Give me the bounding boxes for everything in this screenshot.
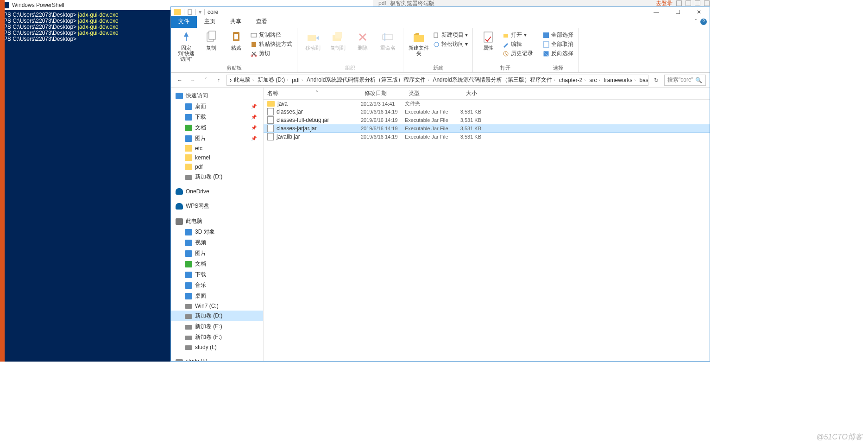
breadcrumb-segment[interactable]: Android系统源代码情景分析（第三版）程序文件›	[431, 76, 556, 84]
edit-button[interactable]: 编辑	[503, 40, 533, 48]
sidebar-icon	[185, 325, 192, 330]
tab-share[interactable]: 共享	[223, 15, 249, 28]
breadcrumb-segment[interactable]: frameworks›	[602, 77, 637, 83]
sidebar-item-studyI[interactable]: study (I:)	[171, 343, 263, 352]
sidebar-item-kernel[interactable]: kernel	[171, 153, 263, 162]
sidebar-item-dvol[interactable]: 新加卷 (D:)	[171, 172, 263, 182]
file-size: 3,531 KB	[453, 134, 481, 140]
column-size[interactable]: 大小	[453, 88, 481, 99]
properties-button[interactable]: 属性	[478, 30, 499, 51]
copy-button[interactable]: 复制	[201, 30, 222, 51]
breadcrumb-segment[interactable]: 此电脑›	[233, 76, 255, 84]
column-date[interactable]: 修改日期	[361, 88, 405, 99]
sidebar-label: 文档	[195, 124, 206, 132]
sidebar-item-music[interactable]: 音乐	[171, 280, 263, 291]
sidebar-label: 桌面	[195, 102, 206, 110]
file-row[interactable]: classes-jarjar.jar2019/6/16 14:19Executa…	[264, 124, 710, 133]
history-button[interactable]: 历史记录	[503, 50, 533, 57]
delete-button[interactable]: 删除	[352, 30, 373, 51]
nav-up-button[interactable]: ↑	[214, 75, 224, 85]
ribbon: 固定到"快速访问" 复制 粘贴 复制路径 粘贴快捷方式 剪切 剪贴板	[171, 28, 710, 73]
sidebar-label: pdf	[195, 164, 203, 170]
file-row[interactable]: javalib.jar2019/6/16 14:19Executable Jar…	[264, 133, 710, 141]
sidebar-item-onedrive[interactable]: OneDrive	[171, 187, 263, 196]
column-type[interactable]: 类型	[405, 88, 453, 99]
copy-to-button[interactable]: 复制到	[327, 30, 348, 51]
nav-back-button[interactable]: ←	[175, 75, 185, 85]
open-button[interactable]: 打开 ▾	[503, 31, 533, 39]
nav-forward-button[interactable]: →	[188, 75, 198, 85]
column-headers[interactable]: 名称 修改日期 类型 大小	[264, 88, 710, 100]
sidebar-item-downloads2[interactable]: 下载	[171, 269, 263, 280]
sidebar-item-obj3d[interactable]: 3D 对象	[171, 227, 263, 237]
sidebar-item-win7c[interactable]: Win7 (C:)	[171, 301, 263, 311]
sidebar-item-pdf[interactable]: pdf	[171, 162, 263, 172]
sidebar-item-pics2[interactable]: 图片	[171, 248, 263, 259]
file-size: 3,531 KB	[453, 126, 481, 131]
tab-view[interactable]: 查看	[249, 15, 275, 28]
copy-path-button[interactable]: 复制路径	[251, 31, 292, 39]
navigation-sidebar[interactable]: 快速访问桌面📌下载📌文档📌图片📌etckernelpdf新加卷 (D:)OneD…	[171, 88, 264, 361]
help-icon[interactable]: ?	[700, 19, 707, 25]
file-list-pane[interactable]: 名称 修改日期 类型 大小 java2012/9/3 14:41文件夹class…	[264, 88, 710, 361]
tab-home[interactable]: 主页	[197, 15, 223, 28]
sidebar-item-wps[interactable]: WPS网盘	[171, 201, 263, 211]
file-row[interactable]: java2012/9/3 14:41文件夹	[264, 100, 710, 108]
paste-shortcut-button[interactable]: 粘贴快捷方式	[251, 40, 292, 48]
ribbon-collapse-icon[interactable]: ˆ	[695, 19, 697, 25]
file-row[interactable]: classes.jar2019/6/16 14:19Executable Jar…	[264, 108, 710, 116]
sidebar-item-downloads[interactable]: 下载📌	[171, 112, 263, 122]
sidebar-item-fvol[interactable]: 新加卷 (F:)	[171, 332, 263, 343]
breadcrumb-segment[interactable]: pdf›	[290, 77, 304, 83]
sidebar-item-pics[interactable]: 图片📌	[171, 133, 263, 144]
nav-recent-button[interactable]: ˅	[201, 75, 211, 85]
breadcrumb-segment[interactable]: src›	[588, 77, 601, 83]
sidebar-item-desktop[interactable]: 桌面📌	[171, 101, 263, 112]
cut-button[interactable]: 剪切	[251, 50, 292, 57]
file-row[interactable]: classes-full-debug.jar2019/6/16 14:19Exe…	[264, 116, 710, 124]
breadcrumb-box[interactable]: › 此电脑›新加卷 (D:)›pdf›Android系统源代码情景分析（第三版）…	[226, 75, 648, 86]
breadcrumb-segment[interactable]: base›	[638, 77, 648, 83]
sidebar-item-evol[interactable]: 新加卷 (E:)	[171, 321, 263, 332]
new-folder-button[interactable]: 新建文件夹	[408, 30, 429, 56]
login-link[interactable]: 去登录	[656, 0, 673, 6]
sidebar-item-quick[interactable]: 快速访问	[171, 90, 263, 101]
sidebar-item-dvol2[interactable]: 新加卷 (D:)	[171, 311, 263, 321]
easy-access-button[interactable]: 轻松访问 ▾	[433, 40, 468, 48]
tab-pdf: pdf	[378, 0, 386, 6]
close-button[interactable]: ✕	[688, 7, 710, 17]
pin-to-quick-access-button[interactable]: 固定到"快速访问"	[176, 30, 197, 62]
sidebar-item-video[interactable]: 视频	[171, 237, 263, 248]
search-input[interactable]: 搜索"core" 🔍	[664, 75, 706, 86]
sidebar-item-desktop2[interactable]: 桌面	[171, 291, 263, 301]
select-none-button[interactable]: 全部取消	[543, 40, 573, 48]
select-all-button[interactable]: 全部选择	[543, 31, 573, 39]
select-group-label: 选择	[543, 63, 573, 71]
sidebar-item-docs2[interactable]: 文档	[171, 259, 263, 269]
sidebar-item-docs[interactable]: 文档📌	[171, 122, 263, 133]
sidebar-item-studyI2[interactable]: study (I:)	[171, 356, 263, 361]
file-type: Executable Jar File	[405, 109, 453, 114]
sidebar-item-thispc[interactable]: 此电脑	[171, 216, 263, 227]
move-to-button[interactable]: 移动到	[302, 30, 323, 51]
breadcrumb-segment[interactable]: 新加卷 (D:)›	[256, 76, 289, 84]
breadcrumb-segment[interactable]: chapter-2›	[558, 77, 587, 83]
sidebar-icon	[185, 293, 192, 299]
column-name[interactable]: 名称	[264, 88, 361, 99]
minimize-button[interactable]: —	[646, 7, 667, 17]
refresh-button[interactable]: ↻	[651, 75, 661, 85]
rename-button[interactable]: 重命名	[377, 30, 398, 51]
paste-button[interactable]: 粘贴	[226, 30, 247, 51]
pin-icon: 📌	[251, 125, 257, 130]
svg-rect-20	[543, 32, 549, 38]
maximize-button[interactable]: ☐	[667, 7, 688, 17]
breadcrumb-segment[interactable]: Android系统源代码情景分析（第三版）程序文件›	[305, 76, 430, 84]
svg-rect-18	[503, 34, 508, 38]
new-item-button[interactable]: 新建项目 ▾	[433, 31, 468, 39]
sidebar-item-etc[interactable]: etc	[171, 144, 263, 153]
tab-file[interactable]: 文件	[171, 15, 197, 28]
sidebar-icon	[185, 336, 192, 340]
invert-selection-button[interactable]: 反向选择	[543, 50, 573, 57]
sidebar-label: study (I:)	[186, 358, 208, 361]
svg-rect-14	[414, 35, 424, 42]
